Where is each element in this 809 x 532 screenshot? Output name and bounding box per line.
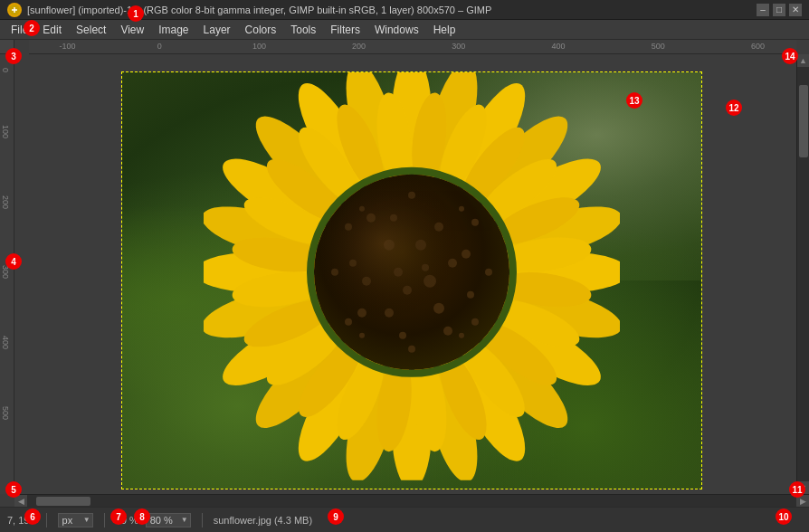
annotation-8: 8 [134, 508, 150, 525]
canvas-container [122, 72, 701, 489]
annotation-4: 4 [5, 253, 22, 270]
minimize-button[interactable]: – [757, 4, 769, 16]
annotation-5: 5 [5, 481, 22, 498]
titlebar: [sunflower] (imported)-1.0 (RGB color 8-… [0, 0, 809, 20]
annotation-12: 12 [726, 100, 742, 116]
zoom-dropdown[interactable]: 80 % 100 % 50 % [146, 513, 191, 527]
sunflower-svg [204, 72, 620, 480]
annotation-11: 11 [789, 481, 805, 498]
svg-point-82 [314, 175, 509, 370]
horizontal-scrollbar[interactable]: ◀ ▶ [14, 494, 809, 507]
annotation-1: 1 [128, 5, 144, 22]
close-button[interactable]: ✕ [789, 4, 802, 16]
vertical-scrollbar[interactable]: ▲ ▼ [796, 54, 809, 494]
ruler-h-ticks: -100 0 100 200 300 400 500 600 [29, 40, 796, 53]
annotation-3: 3 [5, 48, 22, 64]
horizontal-ruler: -100 0 100 200 300 400 500 600 [29, 40, 796, 54]
canvas-area[interactable] [14, 54, 809, 507]
menubar-item-windows[interactable]: Windows [367, 22, 426, 38]
menubar-item-select[interactable]: Select [69, 22, 113, 38]
annotation-7: 7 [110, 508, 127, 525]
scroll-v-thumb[interactable] [799, 85, 808, 157]
unit-dropdown[interactable]: px mm inch [58, 513, 93, 527]
menubar-item-view[interactable]: View [113, 22, 151, 38]
menubar: FileEditSelectViewImageLayerColorsToolsF… [0, 20, 809, 40]
image-canvas[interactable] [122, 72, 701, 489]
annotation-9: 9 [328, 508, 344, 525]
menubar-item-image[interactable]: Image [151, 22, 195, 38]
app-icon [7, 3, 22, 17]
annotation-10: 10 [776, 508, 792, 525]
scroll-up-arrow[interactable]: ▲ [797, 54, 810, 67]
annotation-14: 14 [782, 48, 798, 64]
unit-dropdown-wrap[interactable]: px mm inch [58, 513, 93, 527]
vertical-ruler: 0 100 200 300 400 500 [0, 54, 14, 494]
annotation-2: 2 [24, 20, 40, 36]
status-separator-3 [202, 513, 203, 527]
ruler-v-ticks: 0 100 200 300 400 500 [0, 54, 14, 494]
filename-info: sunflower.jpg (4.3 MB) [214, 515, 312, 526]
scroll-h-thumb[interactable] [36, 497, 90, 506]
menubar-item-tools[interactable]: Tools [283, 22, 323, 38]
menubar-item-help[interactable]: Help [426, 22, 463, 38]
zoom-dropdown-wrap[interactable]: 80 % 100 % 50 % [146, 513, 191, 527]
annotation-13: 13 [626, 92, 642, 109]
window-controls: – □ ✕ [757, 4, 802, 16]
menubar-item-layer[interactable]: Layer [196, 22, 238, 38]
maximize-button[interactable]: □ [773, 4, 785, 16]
menubar-item-colors[interactable]: Colors [238, 22, 284, 38]
menubar-item-edit[interactable]: Edit [35, 22, 69, 38]
status-separator-1 [46, 513, 47, 527]
status-separator-2 [104, 513, 105, 527]
annotation-6: 6 [24, 508, 41, 525]
menubar-item-filters[interactable]: Filters [323, 22, 367, 38]
